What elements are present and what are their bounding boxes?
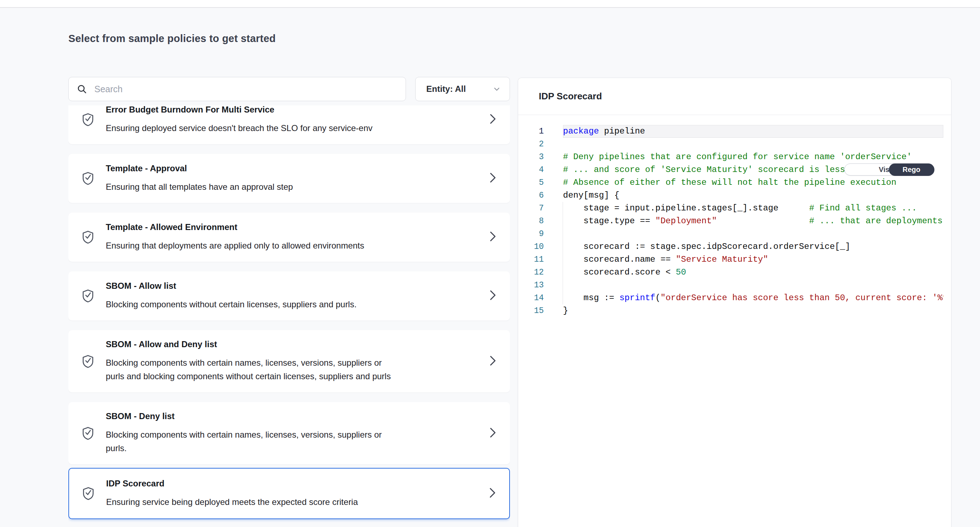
policy-list[interactable]: Error Budget Burndown For Multi Service … [68, 105, 510, 527]
code-line: 1package pipeline [518, 125, 943, 138]
line-number: 11 [518, 253, 544, 266]
policy-preview-panel: IDP Scorecard Visual Rego 1package pipel… [518, 78, 951, 527]
tab-rego[interactable]: Rego [889, 164, 934, 176]
policy-title: SBOM - Allow and Deny list [106, 339, 481, 349]
code-line: 11 scorecard.name == "Service Maturity" [518, 253, 943, 266]
code-line: 14 msg := sprintf("orderService has scor… [518, 291, 943, 304]
code-line-text: scorecard := stage.spec.idpScorecard.ord… [563, 240, 943, 253]
code-line: 5# Absence of either of these will not h… [518, 176, 943, 189]
code-line: 7 stage = input.pipeline.stages[_].stage… [518, 202, 943, 215]
line-number: 12 [518, 266, 544, 279]
line-number: 5 [518, 176, 544, 189]
line-number: 2 [518, 138, 544, 151]
policy-samples-page: Select from sample policies to get start… [0, 0, 980, 527]
code-line-text: scorecard.name == "Service Maturity" [563, 253, 943, 266]
chevron-right-icon[interactable] [488, 426, 498, 439]
code-line-text: stage.type == "Deployment" # ... that ar… [563, 215, 943, 228]
code-line-text: scorecard.score < 50 [563, 266, 943, 279]
line-number: 8 [518, 215, 544, 228]
shield-check-icon [81, 171, 95, 186]
code-line-text [563, 279, 943, 291]
policy-title: Template - Approval [106, 164, 481, 174]
chevron-down-icon [493, 85, 501, 93]
editor-mode-toggle[interactable]: Visual Rego [844, 164, 934, 175]
line-number: 7 [518, 202, 544, 215]
search-input[interactable] [94, 84, 398, 94]
policy-description: Blocking components with certain names, … [106, 356, 462, 383]
chevron-right-icon[interactable] [488, 354, 498, 367]
policy-card-sbom-allow-list[interactable]: SBOM - Allow list Blocking components wi… [68, 271, 510, 320]
code-line: 10 scorecard := stage.spec.idpScorecard.… [518, 240, 943, 253]
code-line-text: stage = input.pipeline.stages[_].stage #… [563, 202, 943, 215]
code-line-text: msg := sprintf("orderService has score l… [563, 291, 943, 304]
code-line: 15} [518, 304, 943, 317]
search-box[interactable] [68, 77, 406, 101]
code-line: 6deny[msg] { [518, 189, 943, 202]
policy-card-template-approval[interactable]: Template - Approval Ensuring that all te… [68, 154, 510, 203]
policy-title: Template - Allowed Environment [106, 222, 481, 232]
code-line-text: deny[msg] { [563, 189, 943, 202]
policy-card-idp-scorecard[interactable]: IDP Scorecard Ensuring service being dep… [68, 468, 510, 519]
entity-filter-dropdown[interactable]: Entity: All [415, 77, 510, 101]
page-title: Select from sample policies to get start… [68, 33, 275, 45]
code-line-text: # Absence of either of these will not ha… [563, 176, 943, 189]
policy-description: Blocking components with certain names, … [106, 428, 462, 455]
code-line-text: # Deny pipelines that are configured for… [563, 151, 943, 164]
line-number: 14 [518, 291, 544, 304]
chevron-right-icon[interactable] [488, 113, 498, 125]
code-line-text: package pipeline [563, 125, 943, 138]
line-number: 10 [518, 240, 544, 253]
preview-title: IDP Scorecard [539, 91, 602, 102]
code-line: 13 [518, 279, 943, 291]
entity-filter-label: Entity: All [426, 84, 466, 94]
policy-title: SBOM - Allow list [106, 281, 481, 291]
policy-card-error-budget-burndown[interactable]: Error Budget Burndown For Multi Service … [68, 105, 510, 144]
chevron-right-icon[interactable] [488, 289, 498, 302]
code-line: 8 stage.type == "Deployment" # ... that … [518, 215, 943, 228]
code-lines: 1package pipeline23# Deny pipelines that… [518, 125, 943, 317]
code-line-text: } [563, 304, 943, 317]
line-number: 4 [518, 164, 544, 176]
chevron-right-icon[interactable] [488, 230, 498, 243]
line-number: 3 [518, 151, 544, 164]
shield-check-icon [81, 354, 95, 369]
code-line: 3# Deny pipelines that are configured fo… [518, 151, 943, 164]
search-icon [76, 84, 87, 94]
policy-description: Ensuring that deployments are applied on… [106, 239, 462, 252]
policy-title: IDP Scorecard [106, 479, 481, 489]
policy-description: Ensuring that all templates have an appr… [106, 180, 462, 194]
line-number: 1 [518, 125, 544, 138]
code-line-text [563, 228, 943, 240]
shield-check-icon [81, 230, 95, 245]
line-number: 6 [518, 189, 544, 202]
code-line: 9 [518, 228, 943, 240]
chevron-right-icon[interactable] [488, 171, 498, 184]
policy-description: Ensuring deployed service doesn't breach… [106, 121, 462, 135]
top-bar [0, 0, 980, 8]
code-editor: Visual Rego 1package pipeline23# Deny pi… [518, 115, 951, 317]
chevron-right-icon[interactable] [488, 486, 497, 499]
policy-title: SBOM - Deny list [106, 411, 481, 421]
preview-header: IDP Scorecard [518, 78, 951, 115]
code-line: 12 scorecard.score < 50 [518, 266, 943, 279]
shield-check-icon [81, 112, 95, 127]
shield-check-icon [81, 426, 95, 441]
policy-description: Blocking components without certain lice… [106, 298, 462, 311]
policy-card-sbom-allow-and-deny-list[interactable]: SBOM - Allow and Deny list Blocking comp… [68, 330, 510, 392]
code-line-text [563, 138, 943, 151]
line-number: 9 [518, 228, 544, 240]
line-number: 15 [518, 304, 544, 317]
line-number: 13 [518, 279, 544, 291]
shield-check-icon [81, 288, 95, 303]
shield-check-icon [81, 486, 95, 501]
policy-card-sbom-deny-list[interactable]: SBOM - Deny list Blocking components wit… [68, 402, 510, 464]
policy-title: Error Budget Burndown For Multi Service [106, 105, 481, 115]
code-line: 2 [518, 138, 943, 151]
policy-card-template-allowed-environment[interactable]: Template - Allowed Environment Ensuring … [68, 213, 510, 262]
policy-description: Ensuring service being deployed meets th… [106, 495, 462, 509]
